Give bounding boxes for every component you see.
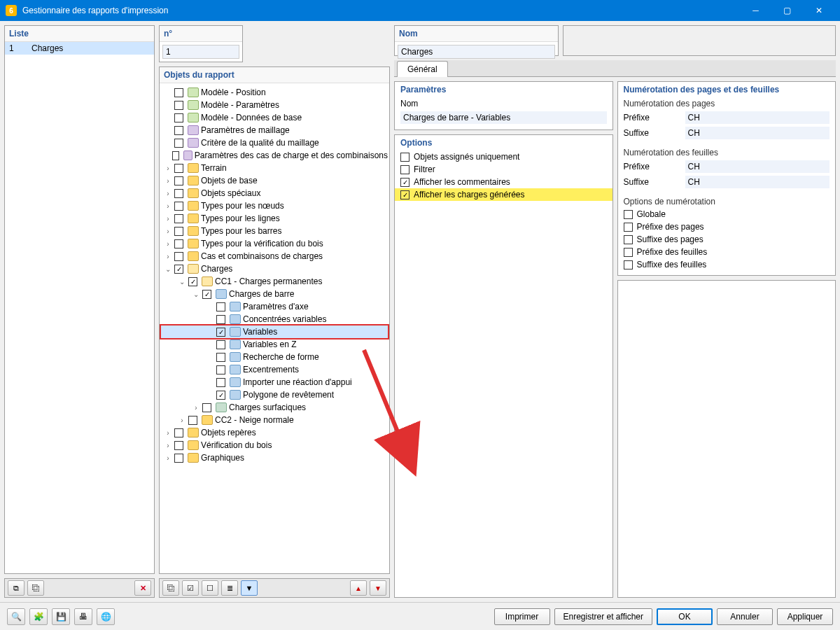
- duplicate-report-button[interactable]: ⿻: [27, 580, 44, 596]
- numbering-option-row[interactable]: Globale: [618, 208, 836, 220]
- tree-checkbox[interactable]: [174, 252, 183, 261]
- ok-button[interactable]: OK: [657, 608, 713, 625]
- option-row[interactable]: Afficher les charges générées: [395, 188, 612, 201]
- tree-twisty-icon[interactable]: ›: [192, 404, 200, 412]
- new-report-button[interactable]: ⧉: [8, 580, 24, 596]
- tree-checkbox[interactable]: [216, 315, 225, 324]
- tree-checkbox[interactable]: [174, 428, 183, 438]
- tree-node[interactable]: ›Types pour les nœuds: [161, 200, 388, 212]
- tree-uncheck-all-button[interactable]: ☐: [202, 580, 218, 596]
- tree-twisty-icon[interactable]: ⌄: [164, 265, 172, 273]
- tree-node[interactable]: Paramètres de maillage: [161, 124, 388, 136]
- option-checkbox[interactable]: [400, 190, 410, 200]
- tree-checkbox[interactable]: [174, 189, 183, 198]
- tree-node[interactable]: ›Objets de base: [161, 174, 388, 187]
- help-button[interactable]: 🔍: [7, 608, 25, 625]
- apply-button[interactable]: Appliquer: [777, 608, 833, 625]
- tree-node[interactable]: Paramètres des cas de charge et des comb…: [161, 149, 388, 162]
- language-button[interactable]: 🌐: [97, 608, 115, 625]
- tree-node[interactable]: Paramètres d'axe: [161, 300, 388, 313]
- tree-checkbox[interactable]: [216, 391, 225, 400]
- footer-tool-4[interactable]: 🖶: [74, 608, 92, 625]
- tree-node[interactable]: ›CC2 - Neige normale: [161, 414, 388, 426]
- tree-checkbox[interactable]: [174, 113, 183, 122]
- option-checkbox[interactable]: [400, 178, 410, 187]
- tree-checkbox[interactable]: [174, 454, 183, 463]
- numbering-option-row[interactable]: Préfixe des feuilles: [618, 246, 836, 258]
- move-down-button[interactable]: ▼: [370, 580, 386, 596]
- tree-checkbox[interactable]: [202, 403, 211, 412]
- pages-prefix-field[interactable]: [685, 111, 830, 124]
- tree-node[interactable]: Modèle - Données de base: [161, 111, 388, 124]
- maximize-button[interactable]: ▢: [771, 0, 803, 21]
- tree-node[interactable]: ›Objets repères: [161, 426, 388, 439]
- tree-checkbox[interactable]: [202, 290, 211, 299]
- tree-checkbox[interactable]: [216, 353, 225, 362]
- tree-checkbox[interactable]: [174, 101, 183, 110]
- tree-tool-d[interactable]: ≣: [221, 580, 238, 596]
- tree-twisty-icon[interactable]: ›: [164, 215, 172, 223]
- tree-node[interactable]: ›Graphiques: [161, 451, 388, 464]
- tree-twisty-icon[interactable]: ›: [164, 429, 172, 437]
- param-name-field[interactable]: [400, 111, 607, 124]
- sheets-prefix-field[interactable]: [685, 160, 830, 173]
- option-checkbox[interactable]: [400, 153, 410, 162]
- tree-checkbox[interactable]: [172, 151, 179, 160]
- tree-node[interactable]: ⌄Charges de barre: [161, 288, 388, 300]
- tree-node[interactable]: Modèle - Position: [161, 86, 388, 99]
- tree-checkbox[interactable]: [216, 365, 225, 374]
- option-row[interactable]: Afficher les commentaires: [395, 176, 612, 188]
- tree-node[interactable]: Recherche de forme: [161, 351, 388, 363]
- tree-node[interactable]: ›Types pour les lignes: [161, 212, 388, 225]
- tree-node[interactable]: Modèle - Paramètres: [161, 99, 388, 111]
- tree-node[interactable]: ⌄CC1 - Charges permanentes: [161, 275, 388, 288]
- option-row[interactable]: Objets assignés uniquement: [395, 150, 612, 163]
- pages-suffix-field[interactable]: [685, 127, 830, 139]
- tree-checkbox[interactable]: [216, 378, 225, 387]
- tree-checkbox[interactable]: [174, 214, 183, 223]
- tree-twisty-icon[interactable]: ›: [164, 164, 172, 172]
- tree-node[interactable]: ›Charges surfaciques: [161, 401, 388, 414]
- numbering-option-row[interactable]: Suffixe des feuilles: [618, 258, 836, 271]
- tree-check-all-button[interactable]: ☑: [182, 580, 199, 596]
- tree-checkbox[interactable]: [188, 277, 197, 286]
- tree-checkbox[interactable]: [174, 139, 183, 148]
- tree-twisty-icon[interactable]: ›: [164, 202, 172, 210]
- tree-node[interactable]: ⌄Charges: [161, 262, 388, 275]
- tree-tool-a[interactable]: ⿻: [162, 580, 179, 596]
- tree-node[interactable]: ›Vérification du bois: [161, 439, 388, 451]
- numbering-option-checkbox[interactable]: [624, 223, 633, 232]
- tree-node[interactable]: ›Cas et combinaisons de charges: [161, 250, 388, 262]
- tree-checkbox[interactable]: [174, 227, 183, 236]
- report-objects-tree[interactable]: Modèle - PositionModèle - ParamètresModè…: [160, 83, 389, 573]
- tree-node[interactable]: ›Objets spéciaux: [161, 187, 388, 200]
- numbering-option-row[interactable]: Suffixe des pages: [618, 233, 836, 246]
- sheets-suffix-field[interactable]: [685, 176, 830, 188]
- minimize-button[interactable]: ─: [740, 0, 771, 21]
- tree-filter-button[interactable]: ▼: [241, 580, 258, 596]
- tree-checkbox[interactable]: [216, 340, 225, 349]
- list-item[interactable]: 1Charges: [5, 42, 154, 55]
- tree-checkbox[interactable]: [174, 239, 183, 248]
- tree-node[interactable]: Variables en Z: [161, 338, 388, 351]
- tree-twisty-icon[interactable]: ⌄: [192, 290, 200, 298]
- numbering-option-row[interactable]: Préfixe des pages: [618, 220, 836, 233]
- print-button[interactable]: Imprimer: [494, 608, 550, 625]
- tree-checkbox[interactable]: [174, 164, 183, 173]
- tree-checkbox[interactable]: [174, 88, 183, 97]
- tree-twisty-icon[interactable]: ›: [164, 177, 172, 185]
- tree-twisty-icon[interactable]: ›: [164, 442, 172, 449]
- numbering-option-checkbox[interactable]: [624, 235, 633, 244]
- tree-checkbox[interactable]: [174, 441, 183, 450]
- number-field[interactable]: [162, 45, 239, 59]
- name-field[interactable]: [398, 45, 555, 59]
- tree-node[interactable]: Excentrements: [161, 363, 388, 376]
- tree-checkbox[interactable]: [174, 202, 183, 211]
- tree-twisty-icon[interactable]: ›: [164, 253, 172, 260]
- tree-checkbox[interactable]: [174, 126, 183, 135]
- tree-node[interactable]: Variables: [161, 326, 388, 338]
- tree-twisty-icon[interactable]: ›: [164, 454, 172, 462]
- option-row[interactable]: Filtrer: [395, 163, 612, 176]
- tree-twisty-icon[interactable]: ›: [164, 227, 172, 235]
- tree-checkbox[interactable]: [216, 328, 225, 337]
